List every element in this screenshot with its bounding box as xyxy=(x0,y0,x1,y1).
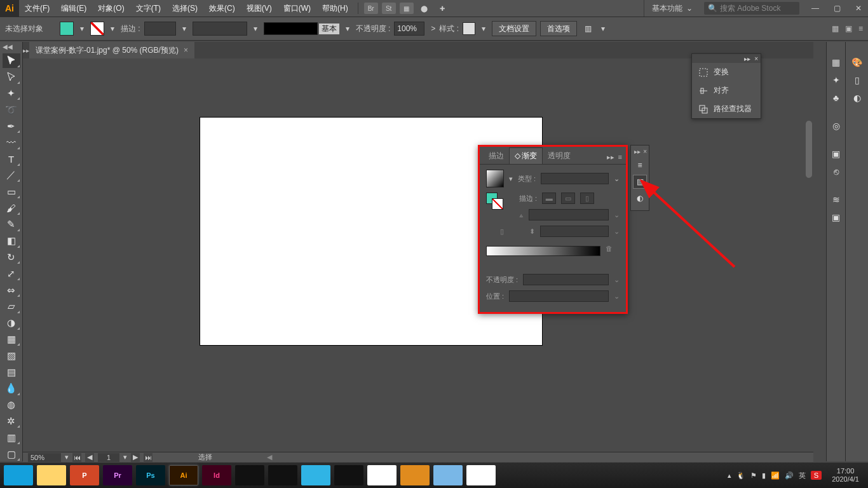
artboards-panel-icon[interactable]: ▣ xyxy=(829,210,844,225)
maximize-button[interactable]: ▢ xyxy=(827,2,846,15)
taskbar-powerpoint[interactable]: P xyxy=(70,465,99,485)
minimize-button[interactable]: ― xyxy=(806,2,825,15)
panel-close-icon[interactable]: × xyxy=(754,55,758,62)
width-tool[interactable]: ⇔ xyxy=(3,283,20,297)
rectangle-tool[interactable]: ▭ xyxy=(3,184,20,199)
gradient-preview-swatch[interactable] xyxy=(486,170,504,187)
stock-icon[interactable]: St xyxy=(382,3,396,14)
panel-menu-icon[interactable]: ≡ xyxy=(858,24,863,33)
tray-clock[interactable]: 17:00 2020/4/1 xyxy=(827,467,864,484)
type-tool[interactable]: T xyxy=(3,152,20,166)
swatches-panel-icon[interactable]: ♣ xyxy=(829,90,844,105)
stop-location-field[interactable] xyxy=(509,290,609,302)
shaper-tool[interactable]: ✎ xyxy=(3,217,20,232)
dock-menu-icon[interactable]: ≡ xyxy=(633,158,647,172)
stroke-apply-3[interactable]: ▯ xyxy=(580,193,594,204)
preferences-button[interactable]: 首选项 xyxy=(540,21,577,36)
menu-select[interactable]: 选择(S) xyxy=(166,0,203,17)
gpu-icon[interactable]: ⬤ xyxy=(417,3,431,14)
stroke-apply-1[interactable]: ▬ xyxy=(542,193,556,204)
taskbar-illustrator[interactable]: Ai xyxy=(169,465,198,485)
taskbar-notes[interactable] xyxy=(433,465,463,485)
fill-swatch[interactable] xyxy=(60,22,74,36)
eyedropper-tool[interactable]: 💧 xyxy=(3,381,20,396)
tray-flag-icon[interactable]: ⚑ xyxy=(750,471,757,480)
taskbar-premiere[interactable]: Pr xyxy=(103,465,132,485)
graph-tool[interactable]: ▥ xyxy=(3,430,20,445)
menu-effect[interactable]: 效果(C) xyxy=(203,0,241,17)
lasso-tool[interactable]: ➰ xyxy=(3,102,20,117)
menu-help[interactable]: 帮助(H) xyxy=(316,0,354,17)
taskbar-firefox[interactable] xyxy=(400,465,430,485)
dock-collapse-icon[interactable]: ▸▸ xyxy=(634,148,641,156)
mesh-tool[interactable]: ▨ xyxy=(3,348,20,363)
zoom-field[interactable]: 50% xyxy=(28,453,61,462)
rotate-tool[interactable]: ↻ xyxy=(3,250,20,265)
stroke-swatch[interactable] xyxy=(90,22,104,36)
document-tab[interactable]: 课堂案例-数字-01.jpg* @ 50% (RGB/预览) × xyxy=(29,42,194,58)
menu-object[interactable]: 对象(O) xyxy=(92,0,130,17)
stop-opacity-field[interactable] xyxy=(523,274,609,285)
taskbar-qq[interactable] xyxy=(334,465,363,485)
taskbar-explorer[interactable] xyxy=(37,465,66,485)
bridge-icon[interactable]: Br xyxy=(364,3,378,14)
properties-icon[interactable]: ▯ xyxy=(850,72,865,88)
close-button[interactable]: ✕ xyxy=(849,2,868,15)
snap-icon[interactable]: ▦ xyxy=(832,24,839,33)
free-transform-tool[interactable]: ▱ xyxy=(3,299,20,314)
stroke-weight-stepper[interactable]: ▾ xyxy=(180,22,189,36)
tray-volume-icon[interactable]: 🔊 xyxy=(785,471,794,480)
panel-collapse-icon[interactable]: ▸▸ xyxy=(744,55,750,62)
collapse-icon[interactable]: ◀◀ xyxy=(3,43,13,50)
taskbar-photoshop[interactable]: Ps xyxy=(136,465,165,485)
align-to-icon[interactable]: ▥ xyxy=(581,22,595,36)
taskbar-chrome[interactable] xyxy=(367,465,397,485)
eraser-tool[interactable]: ◧ xyxy=(3,234,20,248)
direct-selection-tool[interactable] xyxy=(3,70,20,85)
panel-expand-icon[interactable]: ▸▸ xyxy=(607,153,614,161)
vertical-scrollbar[interactable] xyxy=(804,117,813,452)
scrollbar-thumb[interactable] xyxy=(806,121,812,178)
arrange-icon[interactable]: ▦ xyxy=(400,3,414,14)
vsp-field[interactable] xyxy=(193,22,247,36)
shape-builder-tool[interactable]: ◑ xyxy=(3,316,20,330)
scale-tool[interactable]: ⤢ xyxy=(3,266,20,281)
dock-close-icon[interactable]: × xyxy=(643,148,647,156)
tray-ime-sogou[interactable]: S xyxy=(811,471,822,480)
gradient-tool[interactable]: ▤ xyxy=(3,365,20,379)
curvature-tool[interactable]: 〰 xyxy=(3,135,20,150)
tab-expand-icon[interactable]: ▸▸ xyxy=(23,42,29,58)
transform-panel-group[interactable]: ▸▸× 变换 对齐 路径查找器 xyxy=(691,53,761,119)
stroke-dropdown[interactable]: ▾ xyxy=(108,22,117,36)
style-swatch[interactable] xyxy=(463,22,475,35)
taskbar-qq-browser[interactable] xyxy=(4,465,33,485)
zoom-drop-icon[interactable]: ▾ xyxy=(65,453,69,461)
paintbrush-tool[interactable]: 🖌 xyxy=(3,201,20,215)
delete-stop-icon[interactable]: 🗑 xyxy=(606,245,614,254)
gradient-slider[interactable] xyxy=(486,246,600,256)
color-icon[interactable]: 🎨 xyxy=(850,55,865,70)
tray-ime-lang[interactable]: 英 xyxy=(799,471,806,480)
pathfinder-panel-icon[interactable]: ✦ xyxy=(829,72,844,88)
menu-window[interactable]: 窗口(W) xyxy=(278,0,316,17)
blend-tool[interactable]: ◍ xyxy=(3,398,20,412)
sync-icon[interactable]: ✚ xyxy=(435,3,449,14)
gradient-angle-field[interactable] xyxy=(529,209,609,220)
workspace-switcher[interactable]: 基本功能 ⌄ xyxy=(644,0,700,17)
close-tab-icon[interactable]: × xyxy=(184,46,188,55)
opacity-field[interactable]: 100% xyxy=(394,22,424,36)
artboard-number[interactable]: 1 xyxy=(98,453,119,462)
next-artboard-button[interactable]: ▶ xyxy=(131,453,140,462)
prev-artboard-button[interactable]: ◀ xyxy=(85,453,94,462)
tray-expand-icon[interactable]: ▴ xyxy=(728,471,731,480)
align-to-drop[interactable]: ▾ xyxy=(599,22,607,36)
artboard-tool[interactable]: ▢ xyxy=(3,447,20,461)
gradient-panel[interactable]: 描边 ◇渐变 透明度 ▸▸ ≡ ▾ 类型 : ⌄ 描边 : ▬ ▭ ▯ ⟁ ⌄ … xyxy=(478,145,628,314)
brush-dropdown[interactable]: ▾ xyxy=(343,22,352,36)
line-tool[interactable]: ／ xyxy=(3,168,20,183)
fill-dropdown[interactable]: ▾ xyxy=(78,22,86,36)
gradient-ratio-field[interactable] xyxy=(540,226,609,237)
artboard-drop[interactable]: ▾ xyxy=(123,453,127,461)
tray-network-icon[interactable]: 📶 xyxy=(771,471,780,480)
libraries-panel-icon[interactable]: ▣ xyxy=(829,146,844,161)
